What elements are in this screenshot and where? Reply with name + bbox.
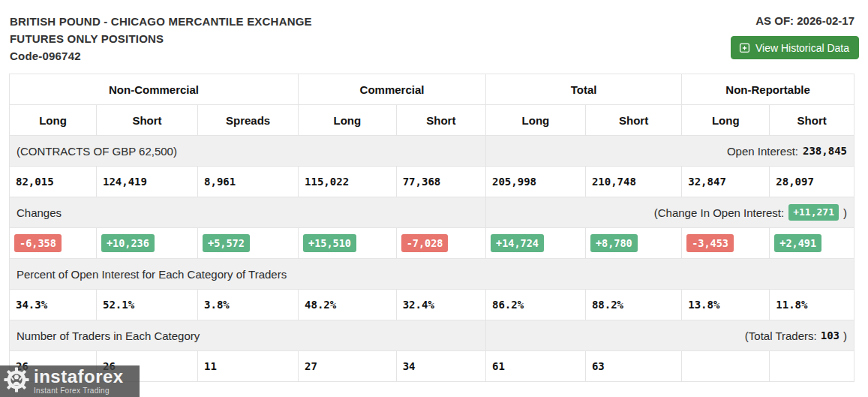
col-t-short: Short	[585, 105, 681, 136]
change-oi-prefix: (Change In Open Interest:	[654, 206, 784, 219]
as-of-date: AS OF: 2026-02-17	[755, 14, 854, 27]
total-traders-cell: (Total Traders: 103 )	[486, 320, 854, 351]
changes-label-cell: Changes	[10, 197, 486, 228]
changes-label: Changes	[17, 206, 62, 219]
col-c-short: Short	[396, 105, 485, 136]
instaforex-tagline: Instant Forex Trading	[34, 386, 124, 395]
traders-value	[770, 351, 854, 382]
change-open-interest-cell: (Change In Open Interest: +11,271 )	[486, 197, 854, 228]
position-value: 8,961	[198, 167, 299, 197]
traders-value: 26	[10, 351, 97, 382]
group-total: Total	[486, 74, 682, 105]
view-historical-data-button[interactable]: View Historical Data	[731, 36, 859, 59]
column-header-row: Long Short Spreads Long Short Long Short…	[10, 105, 854, 136]
col-t-long: Long	[486, 105, 586, 136]
view-historical-data-label: View Historical Data	[755, 43, 849, 53]
col-nc-short: Short	[96, 105, 197, 136]
position-value: 115,022	[299, 167, 397, 197]
group-non-commercial: Non-Commercial	[10, 74, 299, 105]
total-traders-suffix: )	[843, 329, 847, 342]
change-badge: +5,572	[203, 234, 250, 252]
traders-row: 26 26 11 27 34 61 63	[10, 351, 854, 382]
position-value: 82,015	[10, 167, 97, 197]
total-traders-prefix: (Total Traders:	[745, 329, 817, 342]
traders-label-cell: Number of Traders in Each Category	[10, 320, 486, 351]
percent-value: 3.8%	[198, 290, 299, 320]
change-badge: -6,358	[14, 234, 62, 252]
position-value: 77,368	[396, 167, 485, 197]
percent-header-row: Percent of Open Interest for Each Catego…	[10, 259, 854, 290]
contracts-label-cell: (CONTRACTS OF GBP 62,500)	[10, 136, 486, 167]
percent-label: Percent of Open Interest for Each Catego…	[17, 268, 287, 281]
traders-value: 34	[396, 351, 485, 382]
position-value: 210,748	[585, 167, 681, 197]
change-oi-suffix: )	[843, 206, 847, 219]
col-nr-long: Long	[682, 105, 770, 136]
traders-value: 11	[198, 351, 299, 382]
group-header-row: Non-Commercial Commercial Total Non-Repo…	[10, 74, 854, 105]
change-badge: +2,491	[774, 234, 821, 252]
percents-row: 34.3% 52.1% 3.8% 48.2% 32.4% 86.2% 88.2%…	[10, 290, 854, 320]
changes-row: -6,358 +10,236 +5,572 +15,510 -7,028 +14…	[10, 228, 854, 259]
report-code: Code-096742	[10, 47, 312, 65]
col-nc-spreads: Spreads	[198, 105, 299, 136]
change-badge: +15,510	[303, 234, 356, 252]
percent-value: 48.2%	[299, 290, 397, 320]
percent-value: 32.4%	[396, 290, 485, 320]
col-nc-long: Long	[10, 105, 97, 136]
col-c-long: Long	[299, 105, 397, 136]
percent-label-cell: Percent of Open Interest for Each Catego…	[10, 259, 854, 290]
report-titles: BRITISH POUND - CHICAGO MERCANTILE EXCHA…	[10, 13, 312, 65]
change-badge: -7,028	[401, 234, 449, 252]
total-traders-value: 103	[821, 329, 839, 341]
changes-header-row: Changes (Change In Open Interest: +11,27…	[10, 197, 854, 228]
report-subtitle: FUTURES ONLY POSITIONS	[10, 30, 312, 47]
traders-label: Number of Traders in Each Category	[17, 329, 200, 342]
col-nr-short: Short	[770, 105, 854, 136]
group-commercial: Commercial	[299, 74, 486, 105]
change-badge: -3,453	[686, 234, 734, 252]
calendar-plus-icon	[739, 42, 750, 53]
group-non-reportable: Non-Reportable	[682, 74, 854, 105]
traders-value: 61	[486, 351, 586, 382]
percent-value: 34.3%	[10, 290, 97, 320]
report-header: BRITISH POUND - CHICAGO MERCANTILE EXCHA…	[0, 0, 868, 74]
traders-value	[682, 351, 770, 382]
traders-value: 26	[96, 351, 197, 382]
open-interest-label: Open Interest:	[727, 145, 798, 158]
position-value: 124,419	[96, 167, 197, 197]
cot-report-page: BRITISH POUND - CHICAGO MERCANTILE EXCHA…	[0, 0, 868, 397]
open-interest-cell: Open Interest: 238,845	[486, 136, 854, 167]
traders-header-row: Number of Traders in Each Category (Tota…	[10, 320, 854, 351]
report-title: BRITISH POUND - CHICAGO MERCANTILE EXCHA…	[10, 13, 312, 30]
change-oi-badge: +11,271	[788, 204, 839, 221]
percent-value: 86.2%	[486, 290, 586, 320]
open-interest-value: 238,845	[803, 145, 847, 157]
position-value: 205,998	[486, 167, 586, 197]
contracts-label: (CONTRACTS OF GBP 62,500)	[17, 145, 177, 158]
contracts-open-interest-row: (CONTRACTS OF GBP 62,500) Open Interest:…	[10, 136, 854, 167]
percent-value: 88.2%	[585, 290, 681, 320]
change-badge: +14,724	[491, 234, 544, 252]
cot-positions-table: Non-Commercial Commercial Total Non-Repo…	[9, 74, 854, 382]
change-badge: +8,780	[590, 234, 638, 252]
percent-value: 52.1%	[96, 290, 197, 320]
percent-value: 11.8%	[770, 290, 854, 320]
position-value: 32,847	[682, 167, 770, 197]
position-value: 28,097	[770, 167, 854, 197]
traders-value: 27	[299, 351, 397, 382]
percent-value: 13.8%	[682, 290, 770, 320]
positions-row: 82,015 124,419 8,961 115,022 77,368 205,…	[10, 167, 854, 197]
change-badge: +10,236	[101, 234, 155, 252]
traders-value: 63	[585, 351, 681, 382]
